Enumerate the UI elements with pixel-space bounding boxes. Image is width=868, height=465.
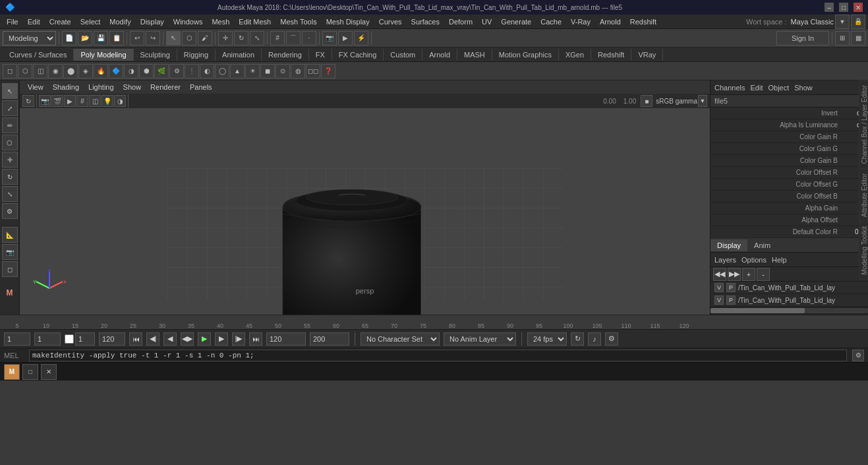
open-file-icon[interactable]: 📂 [78,31,92,46]
select-tool-btn[interactable]: ↖ [2,83,18,99]
shelf-icon-14[interactable]: ◐ [200,64,214,78]
shelf-icon-8[interactable]: 🔷 [109,64,123,78]
channel-row[interactable]: Color Gain B 1 [710,155,868,167]
scale-btn[interactable]: ⤡ [2,186,18,202]
tab-display[interactable]: Display [710,239,747,251]
options-btn[interactable]: Options [741,256,767,264]
scene-area[interactable]: persp X Y Z [20,108,710,315]
next-frame-btn[interactable]: ▶ [215,332,228,346]
menu-modify[interactable]: Modify [105,16,134,27]
frame-end-anim-field[interactable] [99,332,125,346]
cmd-settings-icon[interactable]: ⚙ [852,350,864,361]
layer-row[interactable]: V P /Tin_Can_With_Pull_Tab_Lid_lay [710,282,868,294]
vp-colorspace-dropdown[interactable]: ▼ [698,95,707,107]
shelf-icon-18[interactable]: ◼ [260,64,275,78]
menu-surfaces[interactable]: Surfaces [407,16,444,27]
menu-edit[interactable]: Edit [24,16,44,27]
tab-redshift[interactable]: Redshift [591,49,631,61]
layer-v-btn-1[interactable]: V [714,295,724,305]
vp-menu-view[interactable]: View [24,82,47,92]
timeline[interactable]: 5 10 15 20 25 30 35 40 45 50 55 60 65 70… [0,315,868,329]
maya-taskbar-icon[interactable]: M [4,364,20,380]
menu-mesh-display[interactable]: Mesh Display [322,16,374,27]
channels-btn[interactable]: Channels [714,84,745,92]
menu-generate[interactable]: Generate [497,16,535,27]
shelf-icon-4[interactable]: ◉ [48,64,63,78]
undo-icon[interactable]: ↩ [130,31,144,46]
menu-mesh[interactable]: Mesh [208,16,233,27]
workspace-lock-icon[interactable]: 🔒 [851,15,865,29]
transform-btn[interactable]: ⚙ [2,203,18,219]
shelf-icon-16[interactable]: ▲ [230,64,245,78]
menu-cache[interactable]: Cache [536,16,565,27]
shelf-icon-20[interactable]: ◍ [291,64,305,78]
vp-srgb-icon[interactable]: ■ [641,95,652,107]
shelf-icon-1[interactable]: ◻ [3,64,17,78]
vp-camera-icon[interactable]: 📷 [39,95,51,107]
shelf-icon-22[interactable]: ❓ [321,64,335,78]
shelf-icon-21[interactable]: ◻◻ [306,64,320,78]
shelf-icon-9[interactable]: ◑ [124,64,138,78]
sign-in-icon[interactable]: Sign In [776,31,829,46]
vtab-channel-box[interactable]: Channel Box / Layer Editor [859,80,868,169]
tab-custom[interactable]: Custom [384,49,422,61]
save-file-icon[interactable]: 💾 [94,31,108,46]
save-as-icon[interactable]: 📋 [109,31,124,46]
shelf-icon-13[interactable]: ⋮ [185,64,199,78]
scale-icon[interactable]: ⤡ [250,31,264,46]
tab-vray[interactable]: VRay [631,49,663,61]
soft-select-btn[interactable]: ⬡ [2,135,18,150]
loop-btn[interactable]: ↻ [571,332,584,346]
layers-btn[interactable]: Layers [714,256,736,264]
frame-current-field-2[interactable] [266,332,306,346]
prev-frame-btn[interactable]: ◀ [163,332,177,346]
goto-end-btn[interactable]: ⏭ [249,332,262,346]
menu-curves[interactable]: Curves [375,16,406,27]
vp-menu-panels[interactable]: Panels [186,82,216,92]
prev-key-btn[interactable]: ◀| [146,332,159,346]
camera-btn[interactable]: 📷 [2,244,18,260]
menu-edit-mesh[interactable]: Edit Mesh [235,16,275,27]
shelf-icon-3[interactable]: ◫ [33,64,47,78]
taskbar-close-btn[interactable]: ✕ [41,364,57,380]
audio-btn[interactable]: ♪ [588,332,601,346]
layer-row[interactable]: V P /Tin_Can_With_Pull_Tab_Lid_lay [710,294,868,307]
tab-curves-surfaces[interactable]: Curves / Surfaces [3,49,74,61]
layer-next-btn[interactable]: ▶▶ [728,268,741,281]
character-set-dropdown[interactable]: No Character Set [361,332,440,346]
vp-grid-icon[interactable]: # [76,95,88,107]
vp-menu-show[interactable]: Show [119,82,146,92]
layer-scrollbar[interactable] [710,307,868,315]
object-btn[interactable]: Object [768,84,789,92]
menu-vray[interactable]: V-Ray [567,16,594,27]
settings-btn[interactable]: ⚙ [605,332,618,346]
tab-animation[interactable]: Animation [216,49,262,61]
shelf-icon-6[interactable]: ◈ [78,64,93,78]
play-back-btn[interactable]: ◀▶ [181,332,194,346]
menu-redshift[interactable]: Redshift [626,16,660,27]
channel-row[interactable]: Color Gain G 1 [710,143,868,155]
shelf-icon-15[interactable]: ◯ [215,64,229,78]
maximize-button[interactable]: □ [839,3,848,12]
menu-deform[interactable]: Deform [445,16,477,27]
panel-icon[interactable]: ▦ [851,31,865,46]
shelf-icon-5[interactable]: ⬤ [63,64,78,78]
channel-row[interactable]: Alpha Gain 1 [710,202,868,214]
shelf-icon-7[interactable]: 🔥 [94,64,108,78]
layer-p-btn-0[interactable]: P [726,283,736,292]
camera-icon[interactable]: 📷 [322,31,337,46]
tab-rendering[interactable]: Rendering [262,49,309,61]
grid-view-icon[interactable]: ⊞ [835,31,850,46]
show-btn[interactable]: Show [794,84,813,92]
vp-menu-shading[interactable]: Shading [49,82,83,92]
marquee-btn[interactable]: ◻ [2,261,18,277]
vp-menu-renderer[interactable]: Renderer [146,82,185,92]
shelf-icon-17[interactable]: ☀ [245,64,260,78]
tab-fx-caching[interactable]: FX Caching [332,49,384,61]
shelf-icon-10[interactable]: ⬢ [139,64,154,78]
fps-dropdown[interactable]: 24 fps 30 fps [527,332,567,346]
rotate-btn[interactable]: ↻ [2,169,18,185]
command-input[interactable] [29,350,847,361]
edit-btn[interactable]: Edit [750,84,763,92]
tab-arnold[interactable]: Arnold [422,49,457,61]
